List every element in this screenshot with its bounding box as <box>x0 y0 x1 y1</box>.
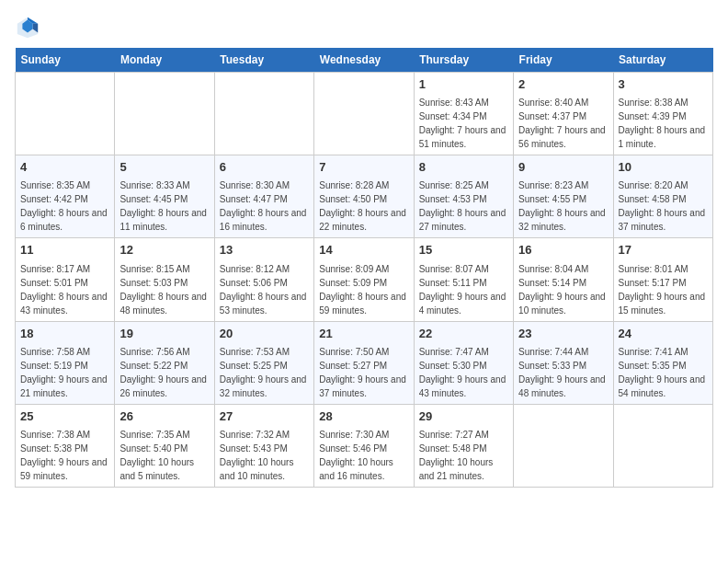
day-info: Sunrise: 8:40 AMSunset: 4:37 PMDaylight:… <box>518 96 608 151</box>
day-info: Sunrise: 7:47 AMSunset: 5:30 PMDaylight:… <box>419 345 508 400</box>
calendar-cell: 1Sunrise: 8:43 AMSunset: 4:34 PMDaylight… <box>414 73 513 155</box>
day-info: Sunrise: 8:25 AMSunset: 4:53 PMDaylight:… <box>419 178 508 234</box>
day-number: 16 <box>518 242 608 259</box>
day-info: Sunrise: 7:35 AMSunset: 5:40 PMDaylight:… <box>119 428 209 483</box>
calendar-cell: 23Sunrise: 7:44 AMSunset: 5:33 PMDayligh… <box>514 321 613 404</box>
calendar-week-row: 18Sunrise: 7:58 AMSunset: 5:19 PMDayligh… <box>16 321 713 404</box>
calendar-cell: 19Sunrise: 7:56 AMSunset: 5:22 PMDayligh… <box>115 321 214 404</box>
calendar-cell: 8Sunrise: 8:25 AMSunset: 4:53 PMDaylight… <box>414 155 513 238</box>
day-info: Sunrise: 7:53 AMSunset: 5:25 PMDaylight:… <box>220 345 309 400</box>
day-number: 18 <box>20 326 109 342</box>
calendar-cell: 26Sunrise: 7:35 AMSunset: 5:40 PMDayligh… <box>115 404 214 487</box>
calendar-table: SundayMondayTuesdayWednesdayThursdayFrid… <box>15 48 713 488</box>
calendar-cell: 22Sunrise: 7:47 AMSunset: 5:30 PMDayligh… <box>414 321 513 404</box>
weekday-header-monday: Monday <box>115 48 214 73</box>
day-number: 11 <box>20 242 109 259</box>
calendar-cell <box>16 73 115 155</box>
day-number: 1 <box>419 76 508 93</box>
calendar-cell: 24Sunrise: 7:41 AMSunset: 5:35 PMDayligh… <box>613 321 712 404</box>
day-number: 29 <box>419 408 508 425</box>
calendar-week-row: 1Sunrise: 8:43 AMSunset: 4:34 PMDaylight… <box>16 73 713 155</box>
day-number: 23 <box>518 326 608 342</box>
weekday-header-tuesday: Tuesday <box>214 48 313 73</box>
calendar-cell: 14Sunrise: 8:09 AMSunset: 5:09 PMDayligh… <box>314 238 414 321</box>
calendar-cell: 3Sunrise: 8:38 AMSunset: 4:39 PMDaylight… <box>613 73 712 155</box>
calendar-cell: 4Sunrise: 8:35 AMSunset: 4:42 PMDaylight… <box>16 155 115 238</box>
day-info: Sunrise: 7:41 AMSunset: 5:35 PMDaylight:… <box>619 345 708 400</box>
calendar-cell: 29Sunrise: 7:27 AMSunset: 5:48 PMDayligh… <box>414 404 513 487</box>
calendar-cell: 17Sunrise: 8:01 AMSunset: 5:17 PMDayligh… <box>613 238 712 321</box>
calendar-cell <box>214 73 313 155</box>
calendar-cell <box>314 73 414 155</box>
logo <box>15 15 44 40</box>
day-info: Sunrise: 8:43 AMSunset: 4:34 PMDaylight:… <box>419 96 508 151</box>
day-number: 6 <box>220 159 309 176</box>
day-number: 24 <box>619 326 708 342</box>
calendar-cell: 18Sunrise: 7:58 AMSunset: 5:19 PMDayligh… <box>16 321 115 404</box>
day-number: 9 <box>518 159 608 176</box>
day-info: Sunrise: 7:50 AMSunset: 5:27 PMDaylight:… <box>319 345 408 400</box>
day-info: Sunrise: 8:20 AMSunset: 4:58 PMDaylight:… <box>619 178 708 234</box>
day-number: 14 <box>319 242 408 259</box>
day-number: 7 <box>319 159 408 176</box>
calendar-cell: 2Sunrise: 8:40 AMSunset: 4:37 PMDaylight… <box>514 73 613 155</box>
weekday-header-thursday: Thursday <box>414 48 513 73</box>
calendar-cell <box>514 404 613 487</box>
day-info: Sunrise: 8:09 AMSunset: 5:09 PMDaylight:… <box>319 262 408 317</box>
day-info: Sunrise: 8:23 AMSunset: 4:55 PMDaylight:… <box>518 178 608 234</box>
day-info: Sunrise: 8:38 AMSunset: 4:39 PMDaylight:… <box>619 96 708 151</box>
day-number: 5 <box>119 159 209 176</box>
day-info: Sunrise: 8:33 AMSunset: 4:45 PMDaylight:… <box>119 178 209 234</box>
logo-icon <box>15 15 40 40</box>
calendar-cell <box>613 404 712 487</box>
day-info: Sunrise: 7:44 AMSunset: 5:33 PMDaylight:… <box>518 345 608 400</box>
day-number: 28 <box>319 408 408 425</box>
day-number: 27 <box>220 408 309 425</box>
day-number: 21 <box>319 326 408 342</box>
day-info: Sunrise: 8:17 AMSunset: 5:01 PMDaylight:… <box>20 262 109 317</box>
day-number: 25 <box>20 408 109 425</box>
calendar-cell: 9Sunrise: 8:23 AMSunset: 4:55 PMDaylight… <box>514 155 613 238</box>
day-number: 10 <box>619 159 708 176</box>
day-number: 22 <box>419 326 508 342</box>
day-number: 17 <box>619 242 708 259</box>
weekday-header-wednesday: Wednesday <box>314 48 414 73</box>
calendar-cell: 10Sunrise: 8:20 AMSunset: 4:58 PMDayligh… <box>613 155 712 238</box>
day-number: 19 <box>119 326 209 342</box>
day-info: Sunrise: 7:38 AMSunset: 5:38 PMDaylight:… <box>20 428 109 483</box>
day-info: Sunrise: 8:15 AMSunset: 5:03 PMDaylight:… <box>119 262 209 317</box>
calendar-cell: 21Sunrise: 7:50 AMSunset: 5:27 PMDayligh… <box>314 321 414 404</box>
day-info: Sunrise: 8:01 AMSunset: 5:17 PMDaylight:… <box>619 262 708 317</box>
day-info: Sunrise: 8:30 AMSunset: 4:47 PMDaylight:… <box>220 178 309 234</box>
day-number: 26 <box>119 408 209 425</box>
day-info: Sunrise: 7:32 AMSunset: 5:43 PMDaylight:… <box>220 428 309 483</box>
day-number: 20 <box>220 326 309 342</box>
day-number: 3 <box>619 76 708 93</box>
calendar-week-row: 25Sunrise: 7:38 AMSunset: 5:38 PMDayligh… <box>16 404 713 487</box>
day-number: 2 <box>518 76 608 93</box>
calendar-cell: 16Sunrise: 8:04 AMSunset: 5:14 PMDayligh… <box>514 238 613 321</box>
calendar-week-row: 11Sunrise: 8:17 AMSunset: 5:01 PMDayligh… <box>16 238 713 321</box>
weekday-header-friday: Friday <box>514 48 613 73</box>
calendar-cell: 28Sunrise: 7:30 AMSunset: 5:46 PMDayligh… <box>314 404 414 487</box>
weekday-header-row: SundayMondayTuesdayWednesdayThursdayFrid… <box>16 48 713 73</box>
day-info: Sunrise: 8:12 AMSunset: 5:06 PMDaylight:… <box>220 262 309 317</box>
calendar-week-row: 4Sunrise: 8:35 AMSunset: 4:42 PMDaylight… <box>16 155 713 238</box>
calendar-cell: 12Sunrise: 8:15 AMSunset: 5:03 PMDayligh… <box>115 238 214 321</box>
day-info: Sunrise: 8:28 AMSunset: 4:50 PMDaylight:… <box>319 178 408 234</box>
weekday-header-sunday: Sunday <box>16 48 115 73</box>
day-info: Sunrise: 7:58 AMSunset: 5:19 PMDaylight:… <box>20 345 109 400</box>
calendar-cell: 6Sunrise: 8:30 AMSunset: 4:47 PMDaylight… <box>214 155 313 238</box>
day-number: 8 <box>419 159 508 176</box>
calendar-cell: 25Sunrise: 7:38 AMSunset: 5:38 PMDayligh… <box>16 404 115 487</box>
calendar-cell: 27Sunrise: 7:32 AMSunset: 5:43 PMDayligh… <box>214 404 313 487</box>
day-info: Sunrise: 8:35 AMSunset: 4:42 PMDaylight:… <box>20 178 109 234</box>
calendar-cell: 13Sunrise: 8:12 AMSunset: 5:06 PMDayligh… <box>214 238 313 321</box>
calendar-cell: 20Sunrise: 7:53 AMSunset: 5:25 PMDayligh… <box>214 321 313 404</box>
calendar-cell: 7Sunrise: 8:28 AMSunset: 4:50 PMDaylight… <box>314 155 414 238</box>
day-number: 13 <box>220 242 309 259</box>
day-info: Sunrise: 7:56 AMSunset: 5:22 PMDaylight:… <box>119 345 209 400</box>
day-info: Sunrise: 8:04 AMSunset: 5:14 PMDaylight:… <box>518 262 608 317</box>
calendar-cell: 11Sunrise: 8:17 AMSunset: 5:01 PMDayligh… <box>16 238 115 321</box>
weekday-header-saturday: Saturday <box>613 48 712 73</box>
